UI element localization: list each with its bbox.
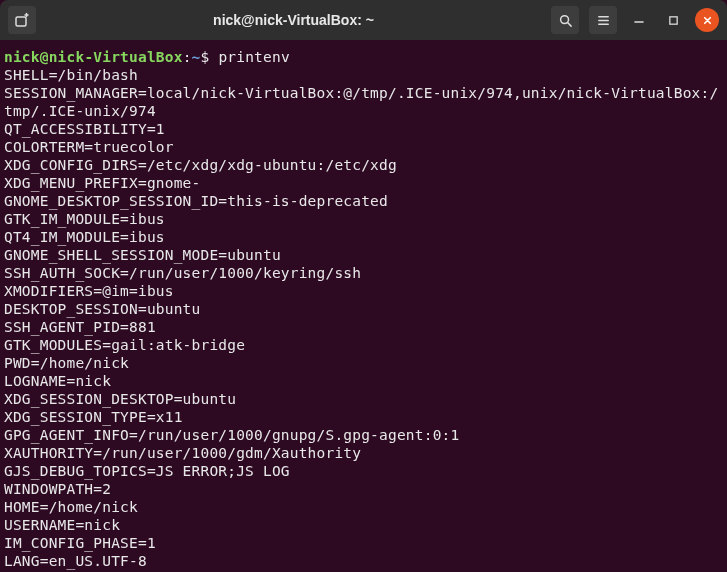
maximize-icon	[668, 15, 679, 26]
output-line: GTK_MODULES=gail:atk-bridge	[4, 336, 723, 354]
titlebar-left	[8, 6, 36, 34]
output-line: XDG_CONFIG_DIRS=/etc/xdg/xdg-ubuntu:/etc…	[4, 156, 723, 174]
prompt-user: nick	[4, 49, 40, 65]
output-line: IM_CONFIG_PHASE=1	[4, 534, 723, 552]
output-line: XAUTHORITY=/run/user/1000/gdm/Xauthority	[4, 444, 723, 462]
search-icon	[558, 13, 573, 28]
maximize-button[interactable]	[661, 8, 685, 32]
output-line: GPG_AGENT_INFO=/run/user/1000/gnupg/S.gp…	[4, 426, 723, 444]
output-line: COLORTERM=truecolor	[4, 138, 723, 156]
titlebar: nick@nick-VirtualBox: ~	[0, 0, 727, 40]
output-line: XMODIFIERS=@im=ibus	[4, 282, 723, 300]
prompt-colon: :	[183, 49, 192, 65]
command-text: printenv	[218, 49, 289, 65]
output-block: SHELL=/bin/bashSESSION_MANAGER=local/nic…	[4, 66, 723, 570]
output-line: XDG_MENU_PREFIX=gnome-	[4, 174, 723, 192]
menu-button[interactable]	[589, 6, 617, 34]
output-line: QT_ACCESSIBILITY=1	[4, 120, 723, 138]
output-line: SHELL=/bin/bash	[4, 66, 723, 84]
hamburger-icon	[596, 13, 611, 28]
output-line: HOME=/home/nick	[4, 498, 723, 516]
window-title: nick@nick-VirtualBox: ~	[44, 12, 543, 28]
output-line: PWD=/home/nick	[4, 354, 723, 372]
prompt-host: nick-VirtualBox	[49, 49, 183, 65]
output-line: SESSION_MANAGER=local/nick-VirtualBox:@/…	[4, 84, 723, 120]
output-line: GNOME_SHELL_SESSION_MODE=ubuntu	[4, 246, 723, 264]
titlebar-right	[551, 6, 719, 34]
output-line: DESKTOP_SESSION=ubuntu	[4, 300, 723, 318]
output-line: USERNAME=nick	[4, 516, 723, 534]
new-tab-icon	[14, 12, 30, 28]
new-tab-button[interactable]	[8, 6, 36, 34]
output-line: GNOME_DESKTOP_SESSION_ID=this-is-depreca…	[4, 192, 723, 210]
output-line: GJS_DEBUG_TOPICS=JS ERROR;JS LOG	[4, 462, 723, 480]
output-line: SSH_AGENT_PID=881	[4, 318, 723, 336]
close-icon	[702, 15, 713, 26]
prompt-at: @	[40, 49, 49, 65]
output-line: XDG_SESSION_TYPE=x11	[4, 408, 723, 426]
svg-rect-2	[669, 16, 676, 23]
output-line: WINDOWPATH=2	[4, 480, 723, 498]
prompt-path: ~	[192, 49, 201, 65]
prompt-dollar: $	[201, 49, 210, 65]
terminal-content[interactable]: nick@nick-VirtualBox:~$ printenv SHELL=/…	[0, 40, 727, 572]
output-line: LANG=en_US.UTF-8	[4, 552, 723, 570]
output-line: XDG_SESSION_DESKTOP=ubuntu	[4, 390, 723, 408]
svg-rect-0	[16, 17, 26, 26]
output-line: LOGNAME=nick	[4, 372, 723, 390]
minimize-icon	[633, 14, 645, 26]
output-line: SSH_AUTH_SOCK=/run/user/1000/keyring/ssh	[4, 264, 723, 282]
close-button[interactable]	[695, 8, 719, 32]
output-line: GTK_IM_MODULE=ibus	[4, 210, 723, 228]
search-button[interactable]	[551, 6, 579, 34]
minimize-button[interactable]	[627, 8, 651, 32]
output-line: QT4_IM_MODULE=ibus	[4, 228, 723, 246]
